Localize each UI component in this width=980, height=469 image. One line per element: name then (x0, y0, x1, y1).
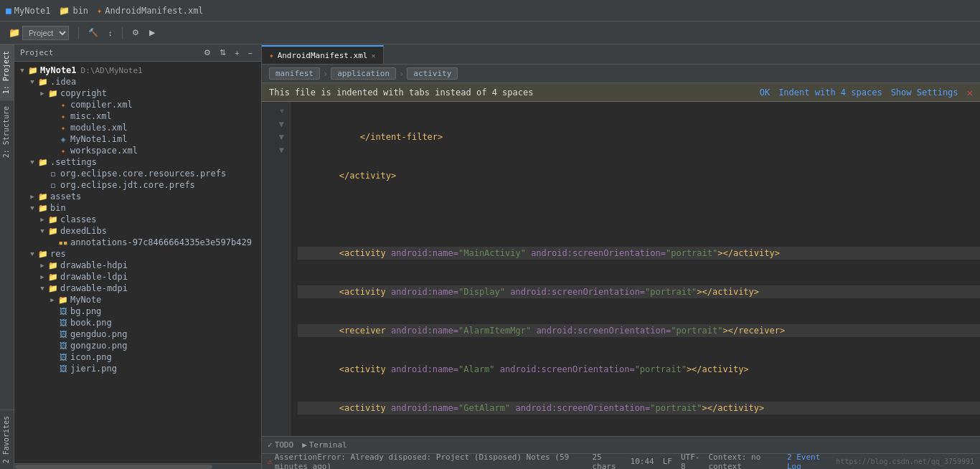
idea-arrow: ▼ (27, 78, 37, 85)
tab-androidmanifest[interactable]: ✦ AndroidManifest.xml ✕ (262, 45, 384, 64)
bottom-toolbar: ✓ TODO ▶ Terminal (262, 436, 980, 453)
status-left: ⚠ AssertionError: Already disposed: Proj… (268, 453, 593, 470)
status-bar: ⚠ AssertionError: Already disposed: Proj… (262, 453, 980, 469)
list-item[interactable]: 🖼 gongzuo.png (14, 340, 261, 351)
jar-icon: ▪▪ (57, 237, 69, 247)
project-selector[interactable]: 📁 Project (6, 26, 72, 40)
mdpi-folder-icon: 📁 (47, 283, 59, 293)
list-item[interactable]: ✦ modules.xml (14, 122, 261, 133)
project-panel: Project ⚙ ⇅ + − ▼ 📁 MyNote1 D:\AD\MyNote… (14, 44, 262, 469)
side-tabs: 1: Project 2: Structure 2 Favorites (0, 44, 14, 469)
list-item[interactable]: ▶ 📁 assets (14, 191, 261, 202)
sort-icon[interactable]: ⇅ (217, 47, 229, 59)
panel-header-left: Project (20, 48, 53, 57)
list-item[interactable]: ✦ workspace.xml (14, 145, 261, 156)
editor-area: ✦ AndroidManifest.xml ✕ manifest › appli… (262, 44, 980, 469)
app-icon: ■ (6, 5, 11, 16)
side-tab-favorites[interactable]: 2 Favorites (0, 409, 14, 469)
gear-icon[interactable]: ⚙ (201, 47, 214, 59)
tab-manifest-title[interactable]: ✦ AndroidManifest.xml (97, 6, 204, 16)
list-item[interactable]: 🖼 bg.png (14, 305, 261, 317)
panel-scrollbar[interactable] (14, 463, 261, 469)
list-item[interactable]: ▼ 📁 drawable-mdpi (14, 283, 261, 294)
show-settings-link[interactable]: Show Settings (891, 87, 958, 98)
dexed-folder-icon: 📁 (47, 226, 59, 236)
settings-folder-icon: 📁 (37, 157, 49, 167)
list-item[interactable]: ◻ org.eclipse.jdt.core.prefs (14, 179, 261, 191)
ldpi-folder-icon: 📁 (47, 272, 59, 282)
list-item[interactable]: ✦ compiler.xml (14, 99, 261, 110)
res-folder-icon: 📁 (37, 249, 49, 259)
app-title: ■ MyNote1 (6, 5, 50, 16)
main-layout: 1: Project 2: Structure 2 Favorites Proj… (0, 44, 980, 469)
list-item[interactable]: ▶ 📁 classes (14, 214, 261, 225)
image-icon: 🖼 (57, 306, 69, 316)
prefs-icon2: ◻ (47, 180, 59, 190)
encoding: UTF-8 (681, 453, 700, 470)
tab-bin[interactable]: 📁 bin (59, 6, 88, 16)
list-item[interactable]: ▶ 📁 drawable-ldpi (14, 271, 261, 283)
image-icon3: 🖼 (57, 329, 69, 339)
collapse-icon[interactable]: − (245, 47, 255, 59)
prefs-icon: ◻ (47, 169, 59, 179)
list-item[interactable]: ✦ misc.xml (14, 110, 261, 122)
panel-title: Project (20, 48, 53, 57)
breadcrumb-activity[interactable]: activity (407, 67, 458, 80)
tree-root[interactable]: ▼ 📁 MyNote1 D:\AD\MyNote1 (14, 65, 261, 76)
status-right: 25 chars 10:44 LF UTF-8 Context: no cont… (593, 453, 975, 470)
warning-close-button[interactable]: ✕ (967, 87, 973, 98)
context-info: Context: no context (708, 453, 778, 470)
side-tab-project[interactable]: 1: Project (0, 44, 14, 100)
list-item[interactable]: ▶ 📁 copyright (14, 87, 261, 99)
settings-icon[interactable]: ⚙ (129, 27, 142, 39)
tab-close-button[interactable]: ✕ (371, 52, 375, 60)
list-item[interactable]: 🖼 jieri.png (14, 363, 261, 374)
root-arrow: ▼ (17, 67, 27, 74)
breadcrumb-manifest[interactable]: manifest (269, 67, 320, 80)
list-item[interactable]: ◻ org.eclipse.core.resources.prefs (14, 168, 261, 179)
image-icon5: 🖼 (57, 352, 69, 362)
list-item[interactable]: ▶ 📁 MyNote (14, 294, 261, 305)
sync-icon[interactable]: ↕ (105, 27, 116, 39)
run-icon[interactable]: ▶ (146, 27, 158, 39)
list-item[interactable]: ▼ 📁 res (14, 248, 261, 260)
list-item[interactable]: ▶ 📁 drawable-hdpi (14, 260, 261, 271)
list-item[interactable]: 🖼 book.png (14, 317, 261, 328)
tab-terminal[interactable]: ▶ Terminal (302, 440, 347, 450)
indent-link[interactable]: Indent with 4 spaces (778, 87, 882, 98)
xml-icon: ✦ (97, 6, 102, 16)
breadcrumb-application[interactable]: application (331, 67, 396, 80)
project-tree: ▼ 📁 MyNote1 D:\AD\MyNote1 ▼ 📁 .idea ▶ 📁 … (14, 62, 261, 463)
tab-todo[interactable]: ✓ TODO (268, 440, 293, 450)
list-item[interactable]: ▼ 📁 bin (14, 202, 261, 214)
warning-message: This file is indented with tabs instead … (269, 87, 533, 98)
folder-icon: 📁 (59, 6, 70, 16)
hammer-icon[interactable]: 🔨 (85, 27, 101, 39)
project-folder-icon: 📁 (9, 27, 20, 38)
mynote-folder-icon: 📁 (57, 295, 69, 305)
project-dropdown[interactable]: Project (22, 26, 69, 40)
code-content[interactable]: </intent-filter> </activity> <activity a… (291, 102, 980, 436)
event-log[interactable]: 2 Event Log (787, 453, 827, 470)
list-item[interactable]: 🖼 icon.png (14, 351, 261, 363)
list-item[interactable]: ◈ MyNote1.iml (14, 133, 261, 145)
copyright-folder-icon: 📁 (47, 88, 59, 98)
title-bar: ■ MyNote1 📁 bin ✦ AndroidManifest.xml (0, 0, 980, 22)
image-icon2: 🖼 (57, 318, 69, 328)
side-tab-structure[interactable]: 2: Structure (0, 100, 14, 164)
bin-folder-icon: 📁 (37, 203, 49, 213)
list-item[interactable]: ▼ 📁 dexedLibs (14, 225, 261, 237)
list-item[interactable]: ▼ 📁 .settings (14, 156, 261, 168)
expand-icon[interactable]: + (232, 47, 242, 59)
code-editor[interactable]: ▼ ▼ ▼ (262, 102, 980, 436)
error-message: ⚠ AssertionError: Already disposed: Proj… (268, 453, 593, 470)
tab-xml-icon: ✦ (269, 51, 274, 60)
ok-link[interactable]: OK (760, 87, 770, 98)
list-item[interactable]: ▼ 📁 .idea (14, 76, 261, 87)
toolbar-sep-2 (122, 27, 123, 39)
list-item[interactable]: ▪▪ annotations-97c8466664335e3e597b429 (14, 237, 261, 248)
xml-file-icon2: ✦ (57, 111, 69, 121)
list-item[interactable]: 🖼 gengduo.png (14, 328, 261, 340)
tabs-bar: ✦ AndroidManifest.xml ✕ (262, 44, 980, 65)
toolbar: 📁 Project 🔨 ↕ ⚙ ▶ (0, 22, 980, 44)
